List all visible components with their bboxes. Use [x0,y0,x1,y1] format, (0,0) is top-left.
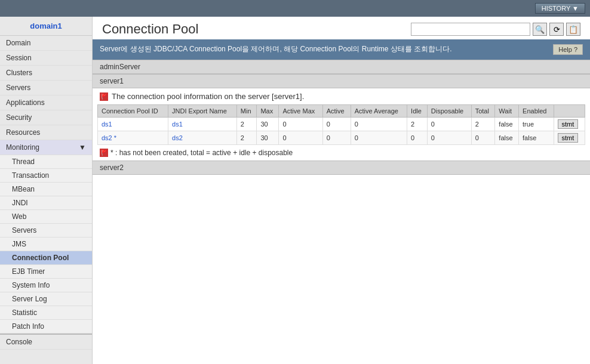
cell-wait: false [495,131,519,145]
cell-wait: false [495,118,519,131]
jndi-link[interactable]: ds1 [172,121,183,128]
search-button[interactable]: 🔍 [533,23,547,36]
stmt-button[interactable]: stmt [558,119,579,129]
sidebar-sub-mbean[interactable]: MBean [0,183,92,196]
sidebar-item-security[interactable]: Security [0,110,92,125]
sidebar-sub-web[interactable]: Web [0,210,92,224]
cell-active-avg: 0 [351,118,407,131]
refresh-button[interactable]: ⟳ [549,23,564,36]
table-row: ds2 * ds2 2 30 0 0 0 0 0 0 false false s… [98,131,585,145]
col-max: Max [257,105,279,118]
col-disposable: Disposable [427,105,471,118]
domain-label[interactable]: domain1 [0,17,92,36]
table-container: Connection Pool ID JNDI Export Name Min … [93,104,590,145]
pool-id-link[interactable]: ds1 [102,121,112,128]
cell-min: 2 [236,118,257,131]
col-idle: Idle [407,105,428,118]
sidebar-sub-server-log[interactable]: Server Log [0,292,92,306]
server-header-server1: server1 [93,74,590,88]
search-bar: 🔍 ⟳ 📋 [411,23,580,36]
col-active: Active [322,105,351,118]
cell-idle: 2 [407,118,428,131]
cell-active: 0 [322,131,351,145]
sidebar: domain1 Domain Session Clusters Servers … [0,17,93,364]
cell-min: 2 [236,131,257,145]
sidebar-sub-jndi[interactable]: JNDI [0,196,92,210]
main-layout: domain1 Domain Session Clusters Servers … [0,17,590,364]
history-button[interactable]: HISTORY ▼ [535,3,585,14]
cp-note: 🚩 * : has not been created, total = acti… [93,145,590,161]
sidebar-sub-servers-mon[interactable]: Servers [0,224,92,237]
sidebar-item-session[interactable]: Session [0,51,92,66]
cell-enabled: false [519,131,554,145]
sidebar-sub-transaction[interactable]: Transaction [0,169,92,183]
cell-active-max: 0 [279,131,322,145]
cell-max: 30 [257,131,279,145]
note-flag-icon: 🚩 [100,149,108,157]
pool-id-link[interactable]: ds2 * [102,134,116,141]
col-actions [554,105,585,118]
col-active-max: Active Max [279,105,322,118]
sidebar-sub-thread[interactable]: Thread [0,155,92,169]
cell-idle: 0 [407,131,428,145]
sidebar-sub-connection-pool[interactable]: Connection Pool [0,251,92,265]
sidebar-sub-system-info[interactable]: System Info [0,279,92,292]
info-text: Server에 생성된 JDBC/JCA Connection Pool을 제어… [100,44,452,54]
col-jndi: JNDI Export Name [168,105,237,118]
sidebar-sub-jms[interactable]: JMS [0,237,92,251]
cp-section-header: 🚩 The connection pool information on the… [93,88,590,104]
server-header-server2: server2 [93,161,590,175]
col-wait: Wait [495,105,519,118]
col-min: Min [236,105,257,118]
sidebar-item-domain[interactable]: Domain [0,36,92,51]
info-banner: Server에 생성된 JDBC/JCA Connection Pool을 제어… [93,39,590,60]
col-pool-id: Connection Pool ID [98,105,168,118]
sidebar-sub-patch-info[interactable]: Patch Info [0,320,92,334]
connection-pool-table: Connection Pool ID JNDI Export Name Min … [97,104,585,145]
jndi-link[interactable]: ds2 [172,134,183,141]
cp-section-title: The connection pool information on the s… [112,92,304,101]
sidebar-monitoring-label: Monitoring [6,143,39,152]
sidebar-sub-statistic[interactable]: Statistic [0,306,92,320]
cell-enabled: true [519,118,554,131]
page-title: Connection Pool [102,21,198,37]
top-bar: HISTORY ▼ [0,0,590,17]
sidebar-sub-ejb-timer[interactable]: EJB Timer [0,265,92,279]
cell-disposable: 0 [427,131,471,145]
sidebar-monitoring-section[interactable]: Monitoring ▼ [0,140,92,155]
col-active-avg: Active Average [351,105,407,118]
search-input[interactable] [411,23,530,36]
content-header: Connection Pool 🔍 ⟳ 📋 [93,17,590,39]
sidebar-console[interactable]: Console [0,334,92,350]
cell-active-max: 0 [279,118,322,131]
stmt-button[interactable]: stmt [558,133,579,143]
sidebar-item-servers[interactable]: Servers [0,81,92,95]
server-header-admin: adminServer [93,60,590,74]
chevron-down-icon: ▼ [79,143,86,152]
sidebar-item-resources[interactable]: Resources [0,125,92,140]
cell-total: 2 [471,118,495,131]
flag-icon: 🚩 [100,92,108,101]
col-enabled: Enabled [519,105,554,118]
content-area: Connection Pool 🔍 ⟳ 📋 Server에 생성된 JDBC/J… [93,17,590,364]
export-button[interactable]: 📋 [566,23,580,36]
cp-note-text: * : has not been created, total = active… [110,149,293,157]
table-row: ds1 ds1 2 30 0 0 0 2 0 2 false true stmt [98,118,585,131]
cell-disposable: 0 [427,118,471,131]
help-button[interactable]: Help ? [553,44,583,55]
sidebar-item-applications[interactable]: Applications [0,95,92,110]
sidebar-item-clusters[interactable]: Clusters [0,66,92,81]
col-total: Total [471,105,495,118]
cell-total: 0 [471,131,495,145]
cell-active: 0 [322,118,351,131]
cell-active-avg: 0 [351,131,407,145]
cell-max: 30 [257,118,279,131]
